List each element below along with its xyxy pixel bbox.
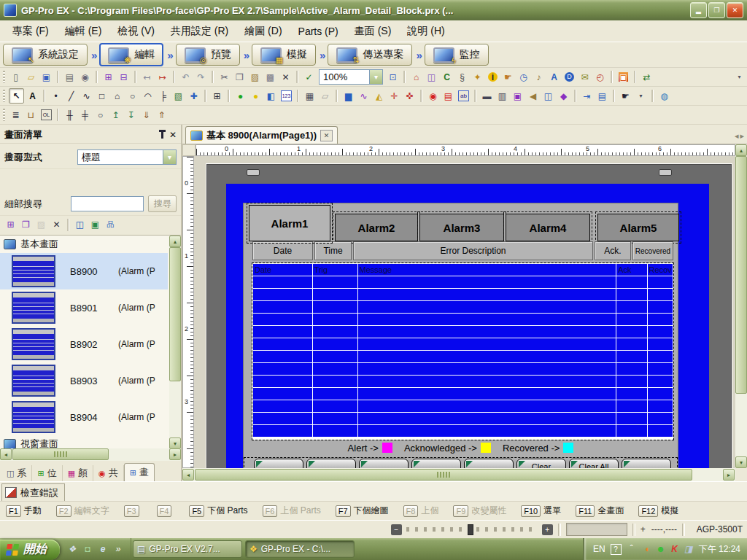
duplicate-icon[interactable]: ▩ bbox=[263, 70, 277, 84]
contact-b-icon[interactable]: ╪ bbox=[78, 108, 92, 122]
toolbar-grip[interactable] bbox=[3, 90, 5, 102]
function-key[interactable]: F1 手動 bbox=[6, 505, 42, 517]
device-settings-icon[interactable]: ◫ bbox=[425, 70, 438, 84]
function-key[interactable]: F10 選單 bbox=[521, 505, 561, 517]
ime-toolbar-icon[interactable]: ˆ bbox=[627, 544, 637, 554]
alarm-tab[interactable]: Alarm3 bbox=[419, 214, 504, 241]
preview-screen-icon[interactable]: ◫ bbox=[73, 218, 87, 232]
redo-icon[interactable]: ↷ bbox=[194, 70, 208, 84]
trigger-tool-icon[interactable]: ☛ bbox=[619, 89, 632, 103]
panel-tab-color[interactable]: ▦ 顏 bbox=[63, 465, 93, 481]
more-tools-icon[interactable]: ▾ bbox=[634, 89, 648, 103]
zoom-select[interactable]: 100% ▾ bbox=[319, 69, 383, 85]
script-icon[interactable]: § bbox=[455, 70, 469, 84]
parts-state-icon[interactable]: ⊔ bbox=[24, 108, 38, 122]
menu-item[interactable]: 畫面 (S) bbox=[347, 21, 400, 42]
search-method-select[interactable]: 標題 ▾ bbox=[77, 149, 177, 165]
window-parts-tool-icon[interactable]: ◧ bbox=[264, 89, 278, 103]
tab-close-icon[interactable]: ✕ bbox=[320, 130, 333, 141]
menu-item[interactable]: 編輯 (E) bbox=[57, 21, 110, 42]
alarm-action-button[interactable]: Clear bbox=[516, 459, 566, 468]
search-button[interactable]: 搜尋 bbox=[148, 195, 177, 212]
transfer-project-button[interactable]: ⇅ 傳送專案 bbox=[328, 44, 412, 66]
alarm-action-button[interactable] bbox=[306, 459, 356, 468]
delete-screen-icon[interactable]: ✕ bbox=[50, 218, 63, 232]
editor-tab[interactable]: 基本 8900(Alarm(Page1)) ✕ bbox=[185, 126, 338, 144]
remote-pc-tool-icon[interactable]: ◫ bbox=[541, 89, 555, 103]
scroll-down-arrow[interactable]: ▾ bbox=[169, 438, 181, 449]
restore-button[interactable]: ❐ bbox=[708, 2, 725, 18]
dot-tool-icon[interactable]: • bbox=[49, 89, 63, 103]
alarm-column-header[interactable]: Time bbox=[314, 241, 352, 260]
simulation-button[interactable]: ▦ 模擬 bbox=[252, 44, 316, 66]
function-key[interactable]: F8 上個 bbox=[403, 505, 439, 517]
alarm-action-button[interactable] bbox=[411, 459, 461, 468]
scale-tool-icon[interactable]: ╞ bbox=[156, 89, 170, 103]
message-display-tool-icon[interactable]: ▤ bbox=[595, 89, 609, 103]
zoom-slider-thumb[interactable] bbox=[468, 524, 473, 535]
bar-graph-tool-icon[interactable]: ▆ bbox=[341, 89, 355, 103]
cut-icon[interactable]: ✂ bbox=[217, 70, 231, 84]
web-tool-icon[interactable]: ◍ bbox=[657, 89, 671, 103]
dropdown-arrow-icon[interactable]: ▾ bbox=[369, 70, 382, 84]
camera-tool-icon[interactable]: ▣ bbox=[511, 89, 525, 103]
tray-icon-3[interactable]: K bbox=[670, 544, 680, 554]
time-settings-icon[interactable]: ◷ bbox=[516, 70, 530, 84]
ellipse-tool-icon[interactable]: ○ bbox=[125, 89, 139, 103]
mark2-tool-icon[interactable]: ✜ bbox=[403, 89, 417, 103]
data-display-tool-icon[interactable]: 123 bbox=[279, 89, 293, 103]
check-all-icon[interactable]: ✓ bbox=[302, 70, 316, 84]
pattern-tool-icon[interactable]: ✚ bbox=[187, 89, 201, 103]
save-icon[interactable]: ▣ bbox=[39, 70, 53, 84]
parts-list-icon[interactable]: ≣ bbox=[9, 108, 23, 122]
detail-search-input[interactable] bbox=[71, 196, 144, 211]
edit-button[interactable]: ❋ 編輯 bbox=[99, 43, 163, 66]
tree-root-window[interactable]: 視窗畫面 bbox=[0, 435, 181, 449]
new-screen-icon[interactable]: ⊞ bbox=[4, 218, 18, 232]
toolbar-grip[interactable] bbox=[3, 109, 5, 121]
special-data-tool-icon[interactable]: ◆ bbox=[557, 89, 570, 103]
zoom-out-button[interactable]: − bbox=[391, 524, 402, 535]
text-alarm-tool-icon[interactable]: ab bbox=[457, 89, 471, 103]
zoom-slider[interactable] bbox=[406, 524, 538, 535]
line-tool-icon[interactable]: ╱ bbox=[64, 89, 78, 103]
alarm-table[interactable]: DateTrigMessageAckRecov bbox=[252, 263, 673, 440]
print-icon[interactable]: ▤ bbox=[63, 70, 77, 84]
function-key[interactable]: F6 上個 Parts bbox=[263, 505, 321, 517]
select-tool-icon[interactable]: ↖ bbox=[9, 88, 24, 104]
menu-item[interactable]: 說明 (H) bbox=[399, 21, 452, 42]
screen-list-item[interactable]: B8902 (Alarm (P bbox=[0, 326, 168, 362]
menu-item[interactable]: 共用設定 (R) bbox=[163, 21, 236, 42]
print-preview-icon[interactable]: ◉ bbox=[78, 70, 92, 84]
switch-tool-icon[interactable]: ● bbox=[233, 89, 247, 103]
screen-preview-icon[interactable]: ▣ bbox=[616, 70, 630, 84]
text-convert-icon[interactable]: A bbox=[547, 70, 561, 84]
paste-screen-icon[interactable]: ▨ bbox=[34, 218, 48, 232]
open-icon[interactable]: ▱ bbox=[24, 70, 38, 84]
keyboard-tool-icon[interactable]: ▱ bbox=[318, 89, 332, 103]
alarm-tab[interactable]: Alarm1 bbox=[249, 205, 330, 241]
alarm-column-header[interactable]: Date bbox=[252, 241, 313, 260]
coil-icon[interactable]: ○ bbox=[93, 108, 107, 122]
audio-tool-icon[interactable]: ◀ bbox=[526, 89, 540, 103]
touch-icon[interactable]: ☛ bbox=[501, 70, 515, 84]
tree-root-base[interactable]: 基本畫面 bbox=[0, 236, 181, 253]
toolbar-grip[interactable] bbox=[3, 71, 5, 83]
tray-icon-2[interactable]: ☻ bbox=[656, 544, 666, 554]
screen-list-item[interactable]: B8903 (Alarm (P bbox=[0, 362, 168, 399]
system-settings-button[interactable]: ↖ 系統設定 bbox=[3, 44, 88, 66]
info-icon[interactable]: i bbox=[486, 70, 500, 84]
scroll-thumb[interactable] bbox=[735, 156, 747, 394]
panel-tab-screen[interactable]: ⊞ 畫 bbox=[124, 463, 155, 481]
copy-screen-icon[interactable]: ⊟ bbox=[117, 70, 131, 84]
task-button-gppro-v27[interactable]: ▤ GP-Pro EX V2.7... bbox=[133, 540, 242, 558]
menu-item[interactable]: 繪圖 (D) bbox=[236, 21, 290, 42]
image-tool-icon[interactable]: ▧ bbox=[171, 89, 185, 103]
minimize-button[interactable]: ▂ bbox=[690, 2, 707, 18]
tab-nav-left-icon[interactable]: ◂ bbox=[735, 131, 739, 141]
change-attribute-icon[interactable]: ▣ bbox=[88, 218, 102, 232]
scroll-down-arrow[interactable]: ▾ bbox=[735, 456, 747, 468]
coil-label-icon[interactable]: OL bbox=[39, 108, 53, 122]
new-icon[interactable]: ▯ bbox=[9, 70, 23, 84]
tab-nav-right-icon[interactable]: ▸ bbox=[740, 131, 744, 141]
